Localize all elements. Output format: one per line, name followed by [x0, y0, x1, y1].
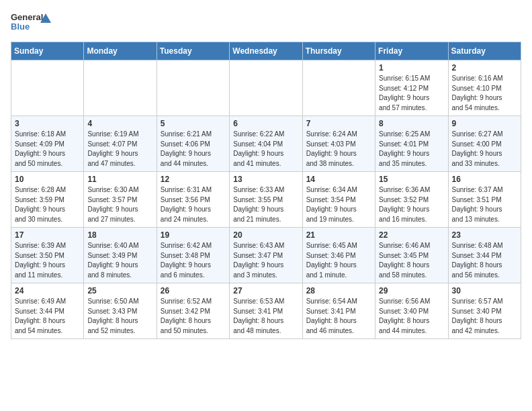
calendar-week-2: 10Sunrise: 6:28 AMSunset: 3:59 PMDayligh…: [11, 172, 521, 228]
weekday-header-tuesday: Tuesday: [157, 42, 229, 60]
day-info: Sunrise: 6:45 AMSunset: 3:46 PMDaylight:…: [306, 241, 371, 280]
calendar-cell: 6Sunrise: 6:22 AMSunset: 4:04 PMDaylight…: [230, 116, 302, 172]
calendar-week-1: 3Sunrise: 6:18 AMSunset: 4:09 PMDaylight…: [11, 116, 521, 172]
calendar-cell: 8Sunrise: 6:25 AMSunset: 4:01 PMDaylight…: [375, 116, 448, 172]
day-number: 1: [379, 63, 444, 73]
day-number: 18: [87, 230, 152, 240]
calendar-cell: 2Sunrise: 6:16 AMSunset: 4:10 PMDaylight…: [448, 60, 521, 116]
calendar-table: SundayMondayTuesdayWednesdayThursdayFrid…: [11, 42, 521, 339]
calendar-cell: 27Sunrise: 6:53 AMSunset: 3:41 PMDayligh…: [230, 283, 302, 339]
day-info: Sunrise: 6:57 AMSunset: 3:40 PMDaylight:…: [452, 297, 517, 336]
calendar-cell: 11Sunrise: 6:30 AMSunset: 3:57 PMDayligh…: [84, 172, 157, 228]
calendar-cell: 17Sunrise: 6:39 AMSunset: 3:50 PMDayligh…: [11, 228, 84, 283]
day-info: Sunrise: 6:53 AMSunset: 3:41 PMDaylight:…: [233, 297, 298, 336]
calendar-cell: 23Sunrise: 6:48 AMSunset: 3:44 PMDayligh…: [448, 228, 521, 283]
day-info: Sunrise: 6:39 AMSunset: 3:50 PMDaylight:…: [15, 241, 80, 280]
weekday-header-friday: Friday: [375, 42, 448, 60]
calendar-cell: 16Sunrise: 6:37 AMSunset: 3:51 PMDayligh…: [448, 172, 521, 228]
weekday-header-wednesday: Wednesday: [230, 42, 302, 60]
day-number: 5: [161, 119, 226, 128]
day-info: Sunrise: 6:30 AMSunset: 3:57 PMDaylight:…: [87, 185, 152, 224]
day-info: Sunrise: 6:34 AMSunset: 3:54 PMDaylight:…: [306, 185, 371, 224]
calendar-cell: 25Sunrise: 6:50 AMSunset: 3:43 PMDayligh…: [84, 283, 157, 339]
day-info: Sunrise: 6:31 AMSunset: 3:56 PMDaylight:…: [161, 185, 226, 224]
day-number: 28: [306, 286, 371, 295]
day-info: Sunrise: 6:36 AMSunset: 3:52 PMDaylight:…: [379, 185, 444, 224]
day-number: 4: [87, 119, 152, 128]
day-info: Sunrise: 6:33 AMSunset: 3:55 PMDaylight:…: [233, 185, 298, 224]
day-info: Sunrise: 6:49 AMSunset: 3:44 PMDaylight:…: [15, 297, 80, 336]
calendar-cell: 20Sunrise: 6:43 AMSunset: 3:47 PMDayligh…: [230, 228, 302, 283]
day-number: 16: [452, 175, 517, 184]
day-info: Sunrise: 6:46 AMSunset: 3:45 PMDaylight:…: [379, 241, 444, 280]
day-number: 12: [161, 175, 226, 184]
day-number: 26: [161, 286, 226, 295]
day-number: 15: [379, 175, 444, 184]
logo-icon: GeneralBlue: [11, 11, 54, 35]
day-info: Sunrise: 6:48 AMSunset: 3:44 PMDaylight:…: [452, 241, 517, 280]
calendar-cell: 22Sunrise: 6:46 AMSunset: 3:45 PMDayligh…: [375, 228, 448, 283]
day-number: 27: [233, 286, 298, 295]
calendar-cell: 28Sunrise: 6:54 AMSunset: 3:41 PMDayligh…: [302, 283, 375, 339]
day-number: 22: [379, 230, 444, 240]
calendar-week-4: 24Sunrise: 6:49 AMSunset: 3:44 PMDayligh…: [11, 283, 521, 339]
day-info: Sunrise: 6:15 AMSunset: 4:12 PMDaylight:…: [379, 74, 444, 113]
calendar-cell: 5Sunrise: 6:21 AMSunset: 4:06 PMDaylight…: [157, 116, 229, 172]
day-info: Sunrise: 6:25 AMSunset: 4:01 PMDaylight:…: [379, 130, 444, 169]
day-number: 6: [233, 119, 298, 128]
day-number: 11: [87, 175, 152, 184]
calendar-cell: [302, 60, 375, 116]
day-number: 23: [452, 230, 517, 240]
day-number: 17: [15, 230, 80, 240]
day-number: 10: [15, 175, 80, 184]
calendar-cell: 12Sunrise: 6:31 AMSunset: 3:56 PMDayligh…: [157, 172, 229, 228]
calendar-cell: 15Sunrise: 6:36 AMSunset: 3:52 PMDayligh…: [375, 172, 448, 228]
day-info: Sunrise: 6:16 AMSunset: 4:10 PMDaylight:…: [452, 74, 517, 113]
calendar-cell: 9Sunrise: 6:27 AMSunset: 4:00 PMDaylight…: [448, 116, 521, 172]
calendar-cell: 7Sunrise: 6:24 AMSunset: 4:03 PMDaylight…: [302, 116, 375, 172]
day-info: Sunrise: 6:43 AMSunset: 3:47 PMDaylight:…: [233, 241, 298, 280]
day-info: Sunrise: 6:52 AMSunset: 3:42 PMDaylight:…: [161, 297, 226, 336]
calendar-cell: 18Sunrise: 6:40 AMSunset: 3:49 PMDayligh…: [84, 228, 157, 283]
weekday-header-monday: Monday: [84, 42, 157, 60]
day-info: Sunrise: 6:22 AMSunset: 4:04 PMDaylight:…: [233, 130, 298, 169]
calendar-cell: 4Sunrise: 6:19 AMSunset: 4:07 PMDaylight…: [84, 116, 157, 172]
day-info: Sunrise: 6:42 AMSunset: 3:48 PMDaylight:…: [161, 241, 226, 280]
day-info: Sunrise: 6:27 AMSunset: 4:00 PMDaylight:…: [452, 130, 517, 169]
calendar-cell: 29Sunrise: 6:56 AMSunset: 3:40 PMDayligh…: [375, 283, 448, 339]
day-number: 19: [161, 230, 226, 240]
calendar-cell: [230, 60, 302, 116]
day-number: 8: [379, 119, 444, 128]
calendar-week-3: 17Sunrise: 6:39 AMSunset: 3:50 PMDayligh…: [11, 228, 521, 283]
day-number: 13: [233, 175, 298, 184]
calendar-header: SundayMondayTuesdayWednesdayThursdayFrid…: [11, 42, 521, 60]
calendar-cell: 19Sunrise: 6:42 AMSunset: 3:48 PMDayligh…: [157, 228, 229, 283]
calendar-cell: 1Sunrise: 6:15 AMSunset: 4:12 PMDaylight…: [375, 60, 448, 116]
weekday-header-saturday: Saturday: [448, 42, 521, 60]
logo: GeneralBlue: [11, 11, 56, 35]
day-info: Sunrise: 6:24 AMSunset: 4:03 PMDaylight:…: [306, 130, 371, 169]
day-info: Sunrise: 6:18 AMSunset: 4:09 PMDaylight:…: [15, 130, 80, 169]
calendar-cell: [11, 60, 84, 116]
day-number: 30: [452, 286, 517, 295]
weekday-header-sunday: Sunday: [11, 42, 84, 60]
calendar-week-0: 1Sunrise: 6:15 AMSunset: 4:12 PMDaylight…: [11, 60, 521, 116]
day-number: 7: [306, 119, 371, 128]
day-info: Sunrise: 6:54 AMSunset: 3:41 PMDaylight:…: [306, 297, 371, 336]
day-number: 29: [379, 286, 444, 295]
calendar-cell: 21Sunrise: 6:45 AMSunset: 3:46 PMDayligh…: [302, 228, 375, 283]
day-info: Sunrise: 6:37 AMSunset: 3:51 PMDaylight:…: [452, 185, 517, 224]
page-container: GeneralBlue SundayMondayTuesdayWednesday…: [11, 11, 521, 339]
day-info: Sunrise: 6:21 AMSunset: 4:06 PMDaylight:…: [161, 130, 226, 169]
calendar-cell: [84, 60, 157, 116]
day-number: 25: [87, 286, 152, 295]
day-number: 21: [306, 230, 371, 240]
day-number: 2: [452, 63, 517, 73]
day-info: Sunrise: 6:19 AMSunset: 4:07 PMDaylight:…: [87, 130, 152, 169]
day-info: Sunrise: 6:40 AMSunset: 3:49 PMDaylight:…: [87, 241, 152, 280]
day-info: Sunrise: 6:28 AMSunset: 3:59 PMDaylight:…: [15, 185, 80, 224]
calendar-cell: [157, 60, 229, 116]
svg-text:Blue: Blue: [11, 21, 30, 32]
calendar-cell: 30Sunrise: 6:57 AMSunset: 3:40 PMDayligh…: [448, 283, 521, 339]
weekday-header-thursday: Thursday: [302, 42, 375, 60]
